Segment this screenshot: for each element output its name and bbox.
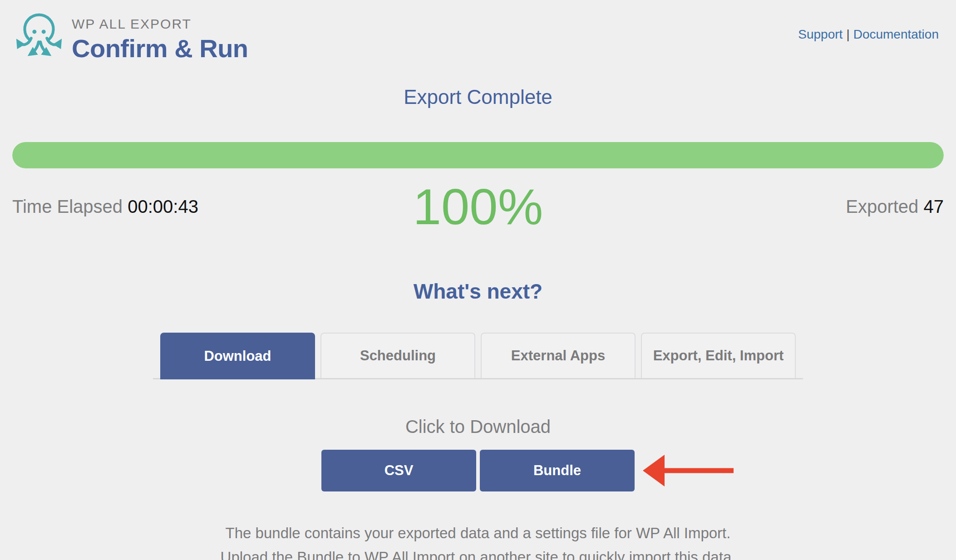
click-to-download-heading: Click to Download [12,417,944,437]
red-arrow-icon [641,448,734,493]
support-link[interactable]: Support [798,27,843,41]
brand-name: WP ALL EXPORT [72,16,248,32]
octopus-logo-icon [14,7,64,60]
percent-complete: 100% [413,177,543,236]
time-elapsed-label: Time Elapsed [12,196,123,216]
download-buttons-row: CSV Bundle [12,450,944,491]
stats-row: Time Elapsed 00:00:43 100% Exported 47 [12,173,944,240]
header-links: Support|Documentation [798,27,939,42]
progress-bar [12,142,944,168]
export-complete-heading: Export Complete [12,86,944,108]
bundle-note-line2: Upload the Bundle to WP All Import on an… [12,545,944,560]
brand-text: WP ALL EXPORT Confirm & Run [72,16,248,63]
main-content: Export Complete Time Elapsed 00:00:43 10… [0,86,956,560]
progress-bar-fill [12,142,944,168]
time-elapsed: Time Elapsed 00:00:43 [12,196,198,217]
tab-export-edit-import[interactable]: Export, Edit, Import [641,333,796,378]
link-separator: | [846,27,849,41]
exported-count: Exported 47 [846,196,944,217]
exported-value: 47 [924,196,944,216]
whats-next-heading: What's next? [12,279,944,304]
bundle-note: The bundle contains your exported data a… [12,521,944,560]
tab-download[interactable]: Download [160,333,315,379]
page-title: Confirm & Run [72,34,248,63]
brand: WP ALL EXPORT Confirm & Run [14,7,248,63]
bundle-note-line1: The bundle contains your exported data a… [12,521,944,545]
tab-scheduling[interactable]: Scheduling [320,333,475,378]
documentation-link[interactable]: Documentation [853,27,939,41]
tab-external-apps[interactable]: External Apps [481,333,636,378]
exported-label: Exported [846,196,918,216]
header: WP ALL EXPORT Confirm & Run Support|Docu… [0,0,956,63]
bundle-download-button[interactable]: Bundle [480,450,635,491]
csv-download-button[interactable]: CSV [321,450,476,491]
tab-bar: Download Scheduling External Apps Export… [153,333,803,379]
time-elapsed-value: 00:00:43 [128,196,198,216]
